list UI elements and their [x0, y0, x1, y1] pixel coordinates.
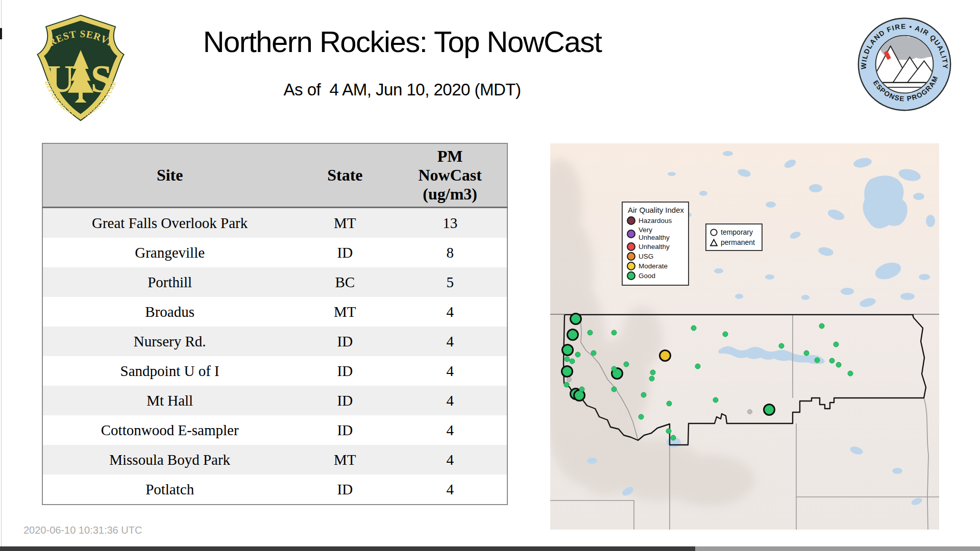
value-cell: 4 [393, 356, 507, 386]
value-cell: 4 [393, 445, 507, 474]
bottom-scrollbar-thumb[interactable] [0, 546, 695, 551]
marker-label-temporary: temporary [721, 228, 753, 236]
state-cell: ID [297, 238, 393, 267]
state-cell: MT [297, 208, 393, 238]
site-dot-good [671, 435, 676, 440]
wfaqrp-logo: WILDLAND FIRE • AIR QUALITY RESPONSE PRO… [856, 16, 952, 112]
legend-swatch-icon [627, 252, 635, 261]
value-cell: 4 [393, 327, 507, 356]
column-header-pm-nowcast: PM NowCast (ug/m3) [393, 143, 507, 208]
site-cell: Potlatch [42, 474, 297, 505]
aqi-legend-title: Air Quality Index [628, 206, 685, 214]
legend-swatch-icon [627, 271, 635, 280]
wfaqrp-badge-icon: WILDLAND FIRE • AIR QUALITY RESPONSE PRO… [856, 16, 952, 112]
state-cell: ID [297, 474, 393, 505]
permanent-marker-icon [709, 238, 718, 247]
aqi-legend-items: HazardousVery UnhealthyUnhealthyUSGModer… [627, 216, 685, 280]
site-dot-good [666, 429, 671, 434]
site-dot-good [723, 332, 728, 337]
generated-timestamp: 2020-06-10 10:31:36 UTC [23, 524, 142, 536]
aqi-map: Air Quality Index HazardousVery Unhealth… [550, 143, 939, 530]
site-dot-good [667, 401, 672, 406]
state-cell: MT [297, 445, 393, 474]
site-dot-good-large [571, 314, 581, 324]
site-dot-moderate-large [660, 350, 671, 361]
site-dot-good [649, 376, 654, 381]
table-row: Nursery Rd.ID4 [42, 327, 507, 356]
site-dot-good-large [568, 330, 578, 340]
site-cell: Sandpoint U of I [42, 356, 297, 386]
site-dot-good [587, 330, 593, 335]
value-cell: 5 [393, 267, 507, 297]
table-row: Great Falls Overlook ParkMT13 [42, 208, 507, 238]
site-cell: Porthill [42, 267, 297, 297]
legend-label: USG [639, 253, 653, 260]
table-row: GrangevilleID8 [42, 238, 507, 267]
table-row: Mt HallID4 [42, 386, 507, 415]
site-dot-good [834, 342, 839, 347]
bottom-scrollbar-track[interactable] [695, 546, 980, 551]
state-cell: ID [297, 386, 393, 415]
aqi-legend: Air Quality Index HazardousVery Unhealth… [622, 202, 689, 286]
site-dot-good [848, 371, 853, 376]
table-header: Site State PM NowCast (ug/m3) [42, 143, 507, 208]
basemap [550, 143, 939, 530]
page-subtitle: As of 4 AM, Jun 10, 2020 (MDT) [0, 80, 804, 99]
site-dot-good [639, 414, 644, 419]
legend-label: Very Unhealthy [639, 226, 685, 241]
site-dot-good [591, 350, 596, 356]
value-cell: 8 [393, 238, 507, 267]
site-cell: Cottonwood E-sampler [42, 415, 297, 445]
table-row: PorthillBC5 [42, 267, 507, 297]
state-cell: ID [297, 356, 393, 386]
site-dot-good [819, 323, 824, 329]
site-cell: Nursery Rd. [42, 327, 297, 356]
site-dot-inactive [748, 410, 752, 414]
site-cell: Broadus [42, 297, 297, 327]
site-dot-good-large [562, 345, 573, 356]
legend-label: Hazardous [639, 217, 672, 224]
value-cell: 4 [393, 474, 507, 505]
site-dot-good [564, 382, 569, 387]
legend-label: Moderate [639, 262, 668, 270]
legend-item-unhealthy: Unhealthy [627, 242, 685, 251]
site-dot-good [650, 370, 655, 375]
legend-swatch-icon [627, 262, 635, 270]
site-dot-good [570, 359, 575, 364]
value-cell: 4 [393, 415, 507, 445]
state-cell: ID [297, 415, 393, 445]
site-dot-good-large [562, 366, 573, 377]
site-dot-good [641, 392, 646, 397]
legend-item-moderate: Moderate [627, 262, 685, 270]
value-cell: 4 [393, 386, 507, 415]
site-dot-good [565, 357, 570, 362]
site-dot-good [611, 366, 617, 371]
state-cell: ID [297, 327, 393, 356]
site-dot-good [815, 358, 820, 363]
site-dot-good [611, 387, 617, 392]
site-dot-good [579, 387, 584, 392]
legend-label: Unhealthy [639, 243, 670, 251]
header: Northern Rockies: Top NowCast As of 4 AM… [0, 24, 804, 99]
table-row: BroadusMT4 [42, 297, 507, 327]
table-row: PotlatchID4 [42, 474, 507, 505]
marker-legend: temporary permanent [705, 223, 763, 251]
legend-item-usg: USG [627, 252, 685, 261]
legend-swatch-icon [627, 242, 635, 251]
table-row: Missoula Boyd ParkMT4 [42, 445, 507, 474]
page-title: Northern Rockies: Top NowCast [0, 24, 804, 59]
table-row: Cottonwood E-samplerID4 [42, 415, 507, 445]
site-dot-good [829, 358, 835, 363]
site-dot-good [804, 350, 809, 356]
legend-swatch-icon [627, 216, 635, 225]
legend-label: Good [639, 272, 655, 280]
marker-label-permanent: permanent [721, 238, 755, 246]
site-dot-good [713, 397, 718, 403]
site-dot-good [611, 330, 617, 335]
table-row: Sandpoint U of IID4 [42, 356, 507, 386]
marker-row-permanent: permanent [709, 237, 758, 247]
temporary-marker-icon [709, 228, 718, 237]
nowcast-table: Site State PM NowCast (ug/m3) Great Fall… [42, 143, 508, 505]
legend-item-hazardous: Hazardous [627, 216, 685, 225]
site-dot-good [836, 362, 841, 367]
